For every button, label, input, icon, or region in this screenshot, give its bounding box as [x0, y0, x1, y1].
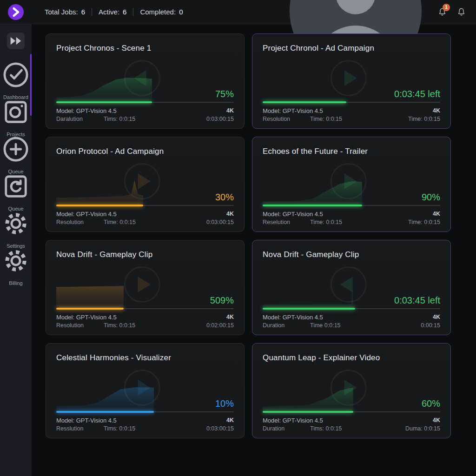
meta-field-label: Resolution: [263, 116, 310, 123]
stat-active-value: 6: [123, 8, 126, 16]
job-title: Project Chronol - Ad Campaign: [263, 44, 440, 53]
stat-completed: Completed: 0: [140, 8, 183, 16]
model-label: Model: GPT-Vision 4.5: [56, 107, 117, 115]
timecode-value: 0:03:00:15: [206, 219, 234, 226]
job-card[interactable]: Nova Drift - Gameplay Clip 0:03:45 left …: [252, 240, 451, 335]
progress-status: 0:03:45 left: [394, 88, 440, 100]
progress-bar: [263, 101, 346, 103]
play-icon: [138, 173, 151, 189]
sidebar: Dashboard Projects Queue Queue Settings …: [0, 24, 32, 476]
play-button[interactable]: [331, 370, 367, 406]
plus-circle-icon: [0, 132, 32, 166]
job-meta: Model: GPT-Vision 4.5 4K Duration Tims: …: [263, 417, 440, 433]
job-meta: Model: GPT-Vision 4.5 4K Resolution Time…: [56, 211, 234, 226]
model-label: Model: GPT-Vision 4.5: [263, 314, 323, 322]
stat-total-jobs: Total Jobs: 6: [45, 8, 85, 16]
image-icon: [0, 95, 32, 129]
progress-status: 90%: [422, 191, 440, 203]
job-meta: Model: GPT-Vision 4.5 4K Resolution Time…: [263, 107, 440, 123]
top-bar: Total Jobs: 6 Active: 6 Completed: 0 1: [0, 0, 476, 24]
time-label: Tims: 0:0:15: [104, 322, 135, 330]
sidebar-collapse-button[interactable]: [7, 33, 25, 49]
play-button[interactable]: [124, 266, 160, 303]
progress-status: 10%: [215, 397, 234, 410]
timecode-value: Time: 0:0:15: [408, 219, 440, 226]
jobs-grid: Project Chronos - Scene 1 75% Model: GPT…: [46, 33, 451, 438]
progress-bar: [56, 411, 154, 413]
sidebar-item-queue-2[interactable]: Queue: [0, 135, 32, 172]
resolution-value: 4K: [433, 211, 440, 218]
play-icon: [344, 173, 357, 189]
play-button[interactable]: [124, 60, 160, 96]
stat-divider: [92, 8, 92, 16]
stat-completed-value: 0: [179, 8, 183, 16]
play-button[interactable]: [331, 266, 367, 303]
progress-status: 30%: [215, 191, 234, 203]
gear-icon: [0, 207, 32, 240]
job-card[interactable]: Project Chronol - Ad Campaign 0:03:45 le…: [252, 33, 451, 129]
job-title: Echoes of the Future - Trailer: [263, 147, 440, 156]
job-card[interactable]: Nova Drift - Gameplay Clip 509% Model: G…: [46, 240, 245, 335]
gear-icon: [0, 244, 32, 278]
model-label: Model: GPT-Vision 4.5: [56, 417, 117, 425]
job-meta: Model: GPT-Vision 4.5 4K Resolution Tims…: [56, 314, 234, 330]
job-card[interactable]: Project Chronos - Scene 1 75% Model: GPT…: [46, 33, 245, 129]
progress-status: 60%: [422, 397, 440, 410]
sidebar-item-label: Billing: [9, 280, 22, 286]
time-label: Tims: 0:0:15: [310, 425, 342, 433]
time-label: Time 0:0:15: [310, 322, 341, 330]
play-icon: [138, 277, 151, 292]
time-label: Time: 0:0:15: [310, 116, 342, 123]
job-meta: Model: GPT-Vision 4.5 4K Duration Time 0…: [263, 314, 440, 330]
resolution-value: 4K: [433, 417, 440, 425]
timecode-value: 0:00:15: [421, 322, 440, 330]
job-card[interactable]: Quantum Leap - Explainer Video 60% Model…: [252, 343, 451, 438]
sidebar-item-projects-1[interactable]: Projects: [0, 98, 32, 135]
progress-track: [263, 411, 440, 412]
stat-active-label: Active:: [99, 8, 119, 16]
main-content: Project Chronos - Scene 1 75% Model: GPT…: [32, 24, 476, 476]
meta-field-label: Resolution: [56, 219, 104, 226]
play-button[interactable]: [124, 163, 160, 199]
sidebar-item-billing-5[interactable]: Billing: [0, 246, 32, 284]
play-button[interactable]: [331, 163, 367, 199]
chevron-right-icon: [8, 4, 24, 20]
job-card[interactable]: Echoes of the Future - Trailer 90% Model…: [252, 137, 451, 232]
job-card[interactable]: Celestial Harmonies - Visualizer 10% Mod…: [46, 343, 245, 438]
timecode-value: 0:03:00:15: [206, 116, 234, 123]
progress-bar: [263, 308, 355, 310]
progress-track: [263, 205, 440, 206]
meta-field-label: Resslution: [56, 425, 104, 433]
job-title: Quantum Leap - Explainer Video: [263, 353, 440, 363]
fast-forward-icon: [7, 33, 25, 49]
job-title: Orion Protocol - Ad Campaign: [56, 147, 234, 156]
progress-status: 0:03:45 left: [394, 294, 440, 306]
app-logo[interactable]: [8, 4, 24, 20]
sidebar-item-settings-4[interactable]: Settings: [0, 209, 32, 246]
sidebar-item-queue-3[interactable]: Queue: [0, 172, 32, 209]
notifications-button[interactable]: 1: [438, 6, 447, 18]
stat-divider: [133, 8, 133, 16]
job-meta: Model: GPT-Vision 4.5 4K Reselution Time…: [263, 211, 440, 226]
resolution-value: 4K: [433, 107, 440, 115]
time-label: Tims: 0:0:15: [104, 425, 135, 433]
sidebar-item-dashboard-0[interactable]: Dashboard: [0, 60, 32, 98]
play-icon: [344, 70, 357, 86]
job-title: Celestial Harmonies - Visualizer: [56, 353, 234, 363]
job-stats: Total Jobs: 6 Active: 6 Completed: 0: [45, 8, 183, 16]
play-button[interactable]: [124, 370, 160, 406]
job-card[interactable]: Orion Protocol - Ad Campaign 30% Model: …: [46, 137, 245, 232]
job-title: Nova Drift - Gameplay Clip: [263, 250, 440, 259]
time-label: Tims: 0:0:15: [104, 116, 135, 123]
waveform-preview: [56, 283, 124, 307]
play-icon: [344, 380, 357, 396]
play-button[interactable]: [331, 60, 367, 96]
stat-total-jobs-label: Total Jobs:: [45, 8, 78, 16]
timecode-value: 0:02:00:15: [206, 322, 234, 330]
progress-bar: [56, 205, 143, 206]
progress-track: [263, 308, 440, 309]
timecode-value: Time: 0:0:15: [408, 116, 440, 123]
meta-field-label: Duration: [263, 322, 310, 330]
alerts-button[interactable]: [457, 6, 466, 18]
resolution-value: 4K: [226, 314, 234, 322]
